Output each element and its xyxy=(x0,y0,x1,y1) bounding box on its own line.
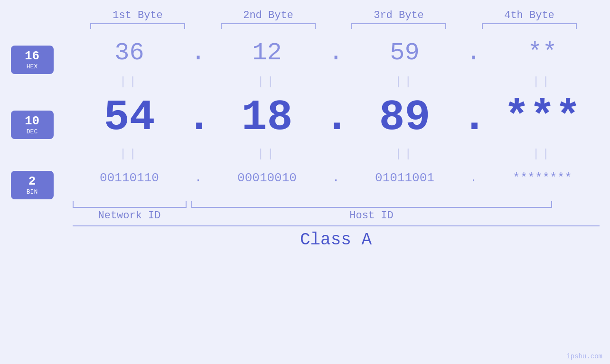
eq2-c3: || xyxy=(348,148,462,160)
bin-v2: 00010010 xyxy=(237,171,297,185)
dec-v3: 89 xyxy=(379,93,430,142)
equals-row-2: || || || || xyxy=(73,144,600,164)
byte3-bracket xyxy=(351,23,446,29)
byte4-header: 4th Byte xyxy=(477,9,582,21)
hex-v4: ** xyxy=(527,39,557,67)
bin-badge-label: BIN xyxy=(27,188,38,196)
bin-badge: 2 BIN xyxy=(11,171,54,199)
dec-badge-num: 10 xyxy=(25,114,39,128)
hex-badge: 16 HEX xyxy=(11,46,54,74)
eq2-c4: || xyxy=(486,148,600,160)
hex-dot1: . xyxy=(191,39,206,67)
eq2-c1: || xyxy=(73,148,187,160)
hex-v2: 12 xyxy=(252,39,282,67)
hex-dot3: . xyxy=(466,39,481,67)
dec-v1: 54 xyxy=(103,93,155,142)
dec-v4: *** xyxy=(504,93,581,142)
bin-badge-num: 2 xyxy=(28,175,36,188)
hex-badge-num: 16 xyxy=(25,49,39,63)
bin-v1: 00110110 xyxy=(100,171,159,185)
hex-badge-label: HEX xyxy=(27,63,38,71)
network-id-label: Network ID xyxy=(73,210,187,222)
byte1-bracket xyxy=(90,23,185,29)
byte2-bracket xyxy=(221,23,316,29)
byte1-header: 1st Byte xyxy=(85,9,190,21)
host-id-bracket xyxy=(191,201,552,208)
bin-v4: ******** xyxy=(513,171,572,185)
hex-v3: 59 xyxy=(390,39,419,67)
dec-dot1: . xyxy=(187,93,212,142)
eq1-c2: || xyxy=(210,75,324,88)
dec-dot3: . xyxy=(462,93,488,142)
bin-dot1: . xyxy=(195,171,202,185)
eq1-c3: || xyxy=(348,75,462,88)
byte2-header: 2nd Byte xyxy=(216,9,320,21)
hex-dot2: . xyxy=(328,39,343,67)
eq1-c4: || xyxy=(486,75,600,88)
dec-row: 54 . 18 . 89 . *** xyxy=(73,92,600,144)
hex-v1: 36 xyxy=(114,39,144,67)
hex-row: 36 . 12 . 59 . ** xyxy=(73,34,600,72)
eq1-c1: || xyxy=(73,75,187,88)
bin-dot2: . xyxy=(332,171,340,185)
class-row: Class A xyxy=(73,225,600,250)
bin-v3: 01011001 xyxy=(375,171,434,185)
bin-row: 00110110 . 00010010 . 01011001 . xyxy=(73,164,600,192)
dec-badge-label: DEC xyxy=(27,128,38,136)
host-id-label: Host ID xyxy=(191,210,552,222)
byte3-header: 3rd Byte xyxy=(347,9,451,21)
eq2-c2: || xyxy=(210,148,324,160)
equals-row-1: || || || || xyxy=(73,72,600,92)
dec-v2: 18 xyxy=(241,93,292,142)
network-id-bracket xyxy=(73,201,187,208)
class-label: Class A xyxy=(300,230,372,250)
byte4-bracket xyxy=(482,23,577,29)
bin-dot3: . xyxy=(470,171,478,185)
dec-dot2: . xyxy=(324,93,350,142)
watermark: ipshu.com xyxy=(566,353,602,360)
dec-badge: 10 DEC xyxy=(11,111,54,139)
